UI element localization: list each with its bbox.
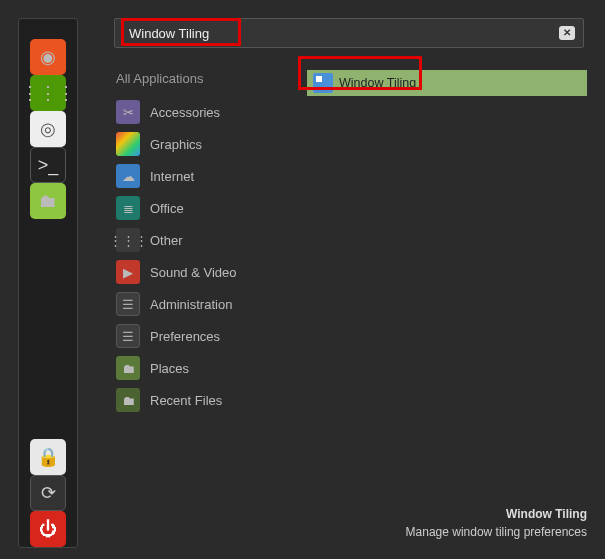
firefox-icon[interactable]: ◉ (30, 39, 66, 75)
category-item[interactable]: ⋮⋮⋮Other (114, 224, 277, 256)
category-item[interactable]: Graphics (114, 128, 277, 160)
apps-icon[interactable]: ⋮⋮⋮ (30, 75, 66, 111)
clear-search-icon[interactable]: ✕ (559, 26, 575, 40)
footer-info: Window Tiling Manage window tiling prefe… (406, 505, 587, 541)
category-icon: ☁ (116, 164, 140, 188)
category-label: Other (150, 233, 183, 248)
category-label: Office (150, 201, 184, 216)
terminal-icon[interactable]: >_ (30, 147, 66, 183)
category-item[interactable]: 🖿Recent Files (114, 384, 277, 416)
result-window-tiling[interactable]: Window Tiling (307, 70, 587, 96)
category-item[interactable]: ☰Preferences (114, 320, 277, 352)
category-item[interactable]: ✂Accessories (114, 96, 277, 128)
category-icon: 🖿 (116, 356, 140, 380)
category-label: All Applications (116, 71, 203, 86)
search-input[interactable] (129, 26, 559, 41)
category-all[interactable]: All Applications (114, 66, 277, 90)
category-label: Preferences (150, 329, 220, 344)
category-label: Sound & Video (150, 265, 237, 280)
category-label: Administration (150, 297, 232, 312)
settings-icon[interactable]: ◎ (30, 111, 66, 147)
category-label: Places (150, 361, 189, 376)
footer-title: Window Tiling (406, 505, 587, 523)
category-label: Graphics (150, 137, 202, 152)
lock-icon[interactable]: 🔒 (30, 439, 66, 475)
category-item[interactable]: ☁Internet (114, 160, 277, 192)
category-item[interactable]: ▶Sound & Video (114, 256, 277, 288)
files-icon[interactable]: 🖿 (30, 183, 66, 219)
menu-main: ✕ All Applications ✂AccessoriesGraphics☁… (114, 18, 587, 541)
category-item[interactable]: 🖿Places (114, 352, 277, 384)
category-item[interactable]: ≣Office (114, 192, 277, 224)
logout-icon[interactable]: ⟳ (30, 475, 66, 511)
category-icon: ✂ (116, 100, 140, 124)
category-icon: ≣ (116, 196, 140, 220)
category-icon: ☰ (116, 292, 140, 316)
category-icon (116, 132, 140, 156)
power-icon[interactable]: ⏻ (30, 511, 66, 547)
footer-desc: Manage window tiling preferences (406, 523, 587, 541)
side-panel: ◉⋮⋮⋮◎>_🖿 🔒⟳⏻ (18, 18, 78, 548)
category-label: Accessories (150, 105, 220, 120)
search-box: ✕ (114, 18, 584, 48)
categories-list: All Applications ✂AccessoriesGraphics☁In… (114, 66, 277, 416)
category-label: Recent Files (150, 393, 222, 408)
result-label: Window Tiling (339, 76, 416, 90)
category-label: Internet (150, 169, 194, 184)
category-icon: ▶ (116, 260, 140, 284)
window-tiling-icon (313, 73, 333, 93)
category-item[interactable]: ☰Administration (114, 288, 277, 320)
results-column: Window Tiling (307, 66, 587, 416)
category-icon: ⋮⋮⋮ (116, 228, 140, 252)
category-icon: ☰ (116, 324, 140, 348)
category-icon: 🖿 (116, 388, 140, 412)
